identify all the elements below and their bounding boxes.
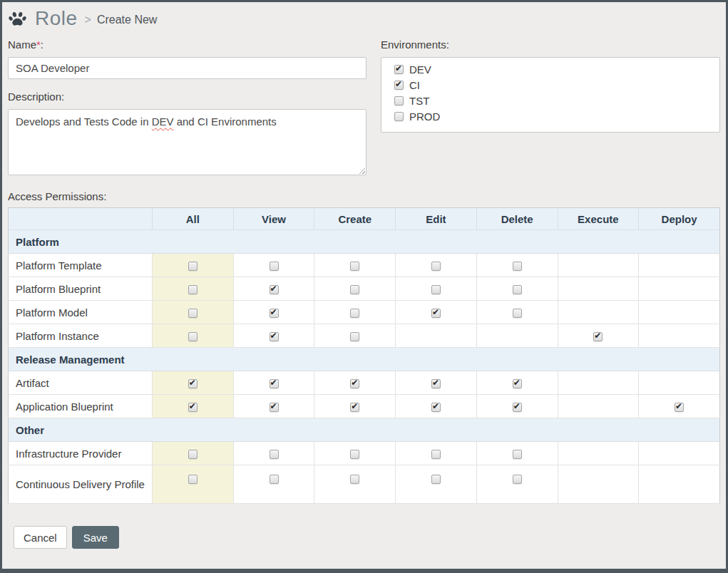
checkbox[interactable]: [394, 112, 404, 121]
description-text-before: Develops and Tests Code in: [16, 115, 152, 128]
permissions-table: All View Create Edit Delete Execute Depl…: [8, 207, 720, 504]
permission-cell-create: [314, 254, 396, 277]
column-header-delete: Delete: [476, 208, 558, 230]
checkbox[interactable]: [188, 309, 198, 318]
checkbox[interactable]: [394, 81, 404, 90]
checkbox[interactable]: [513, 403, 522, 412]
column-header-create: Create: [314, 208, 396, 230]
table-row: Platform Instance: [9, 324, 720, 348]
permission-cell-view: [233, 277, 314, 301]
checkbox[interactable]: [513, 309, 522, 318]
column-header-execute: Execute: [558, 208, 639, 230]
checkbox[interactable]: [431, 309, 441, 318]
table-row: Platform Blueprint: [9, 277, 720, 301]
checkbox[interactable]: [394, 96, 404, 105]
permission-cell-delete: [476, 442, 558, 465]
checkbox[interactable]: [431, 403, 441, 412]
table-row: Platform Template: [9, 254, 720, 277]
column-header-deploy: Deploy: [639, 208, 720, 230]
permission-cell-delete: [476, 254, 558, 277]
checkbox[interactable]: [350, 332, 359, 341]
form-content: Name*: Description: Develops and Tests C…: [2, 38, 726, 549]
checkbox[interactable]: [431, 379, 441, 388]
checkbox[interactable]: [513, 379, 522, 388]
name-input[interactable]: [8, 57, 366, 79]
permission-cell-edit: [396, 442, 477, 465]
cancel-button[interactable]: Cancel: [14, 526, 67, 549]
permission-cell-deploy: [639, 324, 720, 348]
role-create-page: Role > Create New Name*: Description: De…: [0, 0, 728, 573]
checkbox[interactable]: [513, 262, 522, 271]
checkbox[interactable]: [270, 403, 279, 412]
name-label: Name*:: [8, 38, 366, 51]
checkbox[interactable]: [350, 403, 359, 412]
checkbox[interactable]: [188, 475, 198, 484]
checkbox[interactable]: [188, 403, 198, 412]
checkbox[interactable]: [675, 403, 684, 412]
checkbox[interactable]: [431, 475, 441, 484]
permission-cell-deploy: [639, 465, 720, 504]
table-row: Infrastructure Provider: [9, 442, 720, 465]
permission-cell-execute: [558, 254, 639, 277]
permission-row-label: Platform Template: [9, 254, 153, 277]
env-checkbox-slot[interactable]: [394, 78, 404, 91]
env-checkbox-slot[interactable]: [394, 110, 404, 123]
permission-cell-edit: [396, 324, 477, 348]
permission-cell-deploy: [639, 301, 720, 324]
description-text-after: and CI Environments: [174, 115, 277, 128]
env-option-dev: DEV: [394, 61, 719, 77]
checkbox[interactable]: [350, 262, 359, 271]
env-checkbox-slot[interactable]: [394, 94, 404, 107]
table-row: Application Blueprint: [9, 395, 720, 418]
permission-cell-view: [233, 301, 314, 324]
checkbox[interactable]: [431, 285, 441, 294]
checkbox[interactable]: [188, 450, 198, 459]
permission-cell-all: [153, 254, 234, 277]
checkbox[interactable]: [431, 262, 441, 271]
name-label-text: Name: [8, 38, 36, 51]
checkbox[interactable]: [270, 450, 279, 459]
checkbox[interactable]: [270, 475, 279, 484]
breadcrumb-separator: >: [85, 14, 91, 26]
checkbox[interactable]: [188, 285, 198, 294]
checkbox[interactable]: [593, 332, 603, 341]
permission-cell-all: [153, 371, 234, 395]
access-permissions-label: Access Permissions:: [8, 190, 720, 202]
description-textarea[interactable]: Develops and Tests Code in DEV and CI En…: [8, 109, 366, 175]
checkbox[interactable]: [513, 450, 522, 459]
checkbox[interactable]: [394, 65, 404, 74]
checkbox[interactable]: [270, 309, 279, 318]
permission-cell-delete: [476, 324, 558, 348]
checkbox[interactable]: [350, 285, 359, 294]
checkbox[interactable]: [431, 450, 441, 459]
checkbox[interactable]: [270, 285, 279, 294]
checkbox[interactable]: [513, 285, 522, 294]
permission-cell-deploy: [639, 442, 720, 465]
checkbox[interactable]: [188, 262, 198, 271]
checkbox[interactable]: [350, 475, 359, 484]
checkbox[interactable]: [188, 379, 198, 388]
checkbox[interactable]: [270, 262, 279, 271]
permission-cell-execute: [558, 465, 639, 504]
permission-cell-delete: [476, 371, 558, 395]
env-option-label: CI: [409, 79, 420, 91]
checkbox[interactable]: [350, 450, 359, 459]
table-row: Artifact: [9, 371, 720, 395]
permission-row-label: Infrastructure Provider: [9, 442, 153, 465]
checkbox[interactable]: [350, 309, 359, 318]
permission-cell-delete: [476, 301, 558, 324]
save-button[interactable]: Save: [72, 526, 119, 549]
group-row-platform: Platform: [9, 230, 720, 254]
checkbox[interactable]: [350, 379, 359, 388]
checkbox[interactable]: [513, 475, 522, 484]
checkbox[interactable]: [270, 379, 279, 388]
permission-cell-edit: [396, 465, 477, 504]
permission-cell-edit: [396, 254, 477, 277]
resize-handle-icon[interactable]: [358, 167, 365, 174]
permission-cell-execute: [558, 277, 639, 301]
checkbox[interactable]: [188, 332, 198, 341]
permission-cell-execute: [558, 442, 639, 465]
env-checkbox-slot[interactable]: [394, 63, 404, 76]
permission-cell-create: [314, 277, 396, 301]
checkbox[interactable]: [270, 332, 279, 341]
